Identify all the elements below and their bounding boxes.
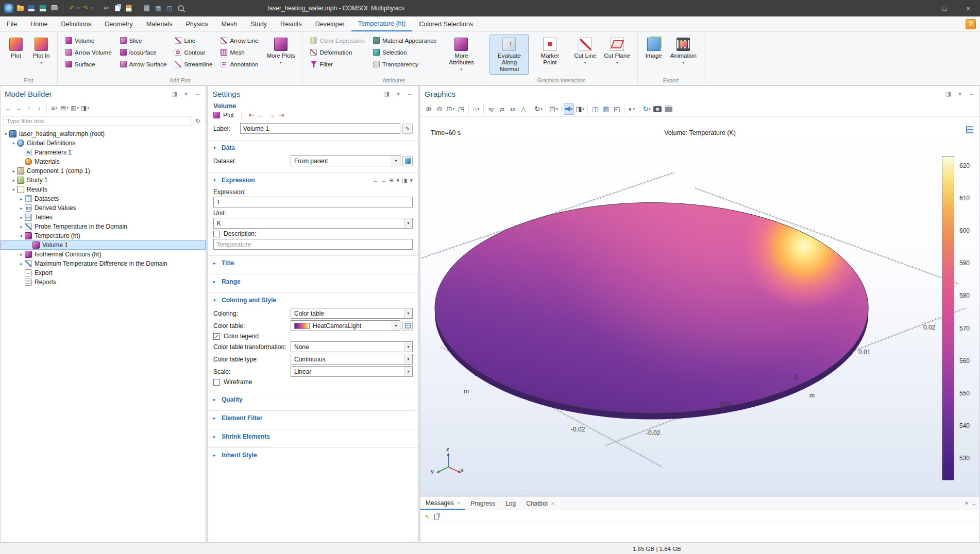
replace-expression-icon[interactable]: ◨ (402, 177, 407, 184)
more-plots-button[interactable]: More Plots ▾ (263, 34, 298, 66)
tab-temperature-ht[interactable]: Temperature (ht) (351, 16, 412, 31)
refresh-icon[interactable]: ↻ (193, 116, 202, 126)
add-volume-button[interactable]: Volume (62, 34, 115, 46)
add-contour-button[interactable]: Contour (171, 46, 216, 58)
go-back-icon[interactable]: ← (4, 103, 13, 113)
plot-area[interactable]: Time=60 s Volume: Temperature (K) 620 61… (420, 117, 979, 495)
tree-item-root[interactable]: ▾laser_heating_wafer.mph (root) (1, 129, 206, 138)
wireframe-checkbox[interactable] (213, 379, 220, 386)
print-plot-icon[interactable] (663, 103, 673, 115)
section-data-header[interactable]: ▾ Data (213, 142, 413, 154)
chevron-right-icon[interactable]: ▸ (18, 224, 25, 229)
tree-item-parameters[interactable]: Parameters 1 (1, 148, 206, 157)
chevron-down-icon[interactable]: ▾ (10, 141, 17, 146)
zoom-extents-icon[interactable]: ⊡▾ (445, 103, 455, 115)
add-isosurface-button[interactable]: Isosurface (116, 46, 171, 58)
cut-plane-button[interactable]: Cut Plane ▾ (601, 34, 633, 66)
scene-menu-icon[interactable]: ◨▾ (575, 103, 585, 115)
show-table-icon[interactable]: ▦ (601, 103, 611, 115)
tab-developer[interactable]: Developer (309, 16, 351, 31)
tab-physics[interactable]: Physics (179, 16, 214, 31)
section-title-header[interactable]: ▸ Title (213, 257, 413, 269)
tree-columns-menu-icon[interactable]: ▥▾ (70, 103, 79, 113)
dock-panel-icon[interactable]: ◨ (383, 90, 391, 98)
chevron-right-icon[interactable]: ▸ (18, 262, 25, 266)
export-animation-button[interactable]: Animation ▾ (667, 34, 700, 66)
update-plot-icon[interactable]: ↻▾ (641, 103, 652, 115)
section-expression-header[interactable]: ▾ Expression ← → ⊞▾ ◨▾ (213, 174, 413, 186)
tree-item-volume-1[interactable]: Volume 1 (1, 240, 206, 250)
tab-home[interactable]: Home (24, 16, 54, 31)
add-slice-button[interactable]: Slice (116, 34, 171, 46)
deformation-button[interactable]: Deformation (307, 46, 368, 58)
chevron-down-icon[interactable]: ▾ (3, 132, 9, 136)
window-layout-icon[interactable]: ◫ (165, 4, 174, 13)
tree-item-tables[interactable]: ▸Tables (1, 213, 206, 222)
save-icon[interactable] (27, 4, 36, 13)
evaluate-along-normal-button[interactable]: Evaluate Along Normal (489, 34, 529, 75)
search-icon[interactable] (176, 4, 185, 13)
table-window-icon[interactable]: ▦ (154, 4, 163, 13)
selection-button[interactable]: Selection (369, 46, 440, 58)
tab-materials[interactable]: Materials (140, 16, 179, 31)
close-icon[interactable]: × (457, 500, 460, 506)
add-expression-icon[interactable]: ⊞ (389, 177, 394, 184)
move-down-icon[interactable]: ↓ (35, 103, 44, 113)
save-as-icon[interactable] (38, 4, 47, 13)
add-streamline-button[interactable]: Streamline (171, 58, 216, 70)
color-legend-checkbox[interactable]: ✓ (213, 333, 220, 340)
tree-view-menu-icon[interactable]: ◨▾ (80, 103, 90, 113)
zoom-in-icon[interactable]: ⊕ (424, 103, 434, 115)
redo-caret-icon[interactable]: ▾ (91, 6, 93, 10)
coloring-select[interactable]: Color table▾ (291, 308, 413, 319)
tree-item-export[interactable]: Export (1, 268, 206, 278)
plot-context-icon[interactable] (966, 126, 973, 133)
filter-button[interactable]: Filter (307, 58, 368, 70)
add-mesh-button[interactable]: Mesh (217, 46, 262, 58)
tree-item-results[interactable]: ▾Results (1, 185, 206, 194)
view-yz-icon[interactable]: yz (497, 103, 507, 115)
messages-content[interactable] (420, 523, 979, 542)
unit-select[interactable]: K▾ (213, 218, 413, 229)
add-arrow-volume-button[interactable]: Arrow Volume (62, 46, 115, 58)
redo-icon[interactable]: ↷ (81, 4, 91, 13)
material-appearance-button[interactable]: Material Appearance (369, 34, 440, 46)
color-table-type-select[interactable]: Continuous▾ (291, 354, 413, 365)
tab-study[interactable]: Study (244, 16, 274, 31)
chevron-down-icon[interactable]: ▾ (18, 234, 25, 238)
tree-rows-menu-icon[interactable]: ▤▾ (60, 103, 69, 113)
section-quality-header[interactable]: ▸ Quality (213, 393, 413, 406)
tab-messages[interactable]: Messages × (420, 497, 465, 510)
select-box-icon[interactable]: ◰ (612, 103, 622, 115)
tree-item-study-1[interactable]: ▸Study 1 (1, 176, 206, 185)
tab-mesh[interactable]: Mesh (215, 16, 244, 31)
previous-expression-icon[interactable]: ← (373, 177, 378, 183)
section-element-filter-header[interactable]: ▸ Element Filter (213, 412, 413, 424)
close-button[interactable]: × (956, 0, 980, 16)
move-up-icon[interactable]: ↑ (24, 103, 33, 113)
sound-icon[interactable]: ▾ (564, 103, 575, 115)
help-button[interactable]: ? (966, 19, 976, 29)
panel-menu-icon[interactable]: ▾ (182, 90, 190, 98)
plot-last-icon[interactable]: ⇥ (279, 111, 284, 119)
select-message-icon[interactable]: ↖ (425, 513, 430, 521)
transparency-button[interactable]: Transparency (369, 58, 440, 70)
collapse-panel-icon[interactable]: – (405, 90, 414, 98)
open-icon[interactable] (15, 4, 25, 13)
perspective-icon[interactable]: △ (518, 103, 529, 115)
plot-first-icon[interactable]: ⇤ (249, 111, 255, 119)
dock-panel-icon[interactable]: ◨ (171, 90, 179, 98)
undo-icon[interactable]: ↶ (67, 4, 77, 13)
dataset-select[interactable]: From parent▾ (291, 155, 400, 166)
cut-icon[interactable]: ✂ (102, 4, 111, 13)
rename-label-icon[interactable]: ✎ (402, 124, 413, 134)
collapse-panel-icon[interactable]: – (972, 500, 975, 507)
maximize-button[interactable]: □ (933, 0, 956, 16)
color-table-transformation-select[interactable]: None▾ (291, 341, 413, 352)
tree-filter-input[interactable] (4, 116, 191, 126)
add-annotation-button[interactable]: Annotation (217, 58, 262, 70)
rotate-view-icon[interactable]: ↻▾ (533, 103, 544, 115)
section-coloring-header[interactable]: ▾ Coloring and Style (213, 294, 413, 306)
collapse-panel-icon[interactable]: – (193, 90, 201, 98)
description-input[interactable] (213, 239, 413, 250)
